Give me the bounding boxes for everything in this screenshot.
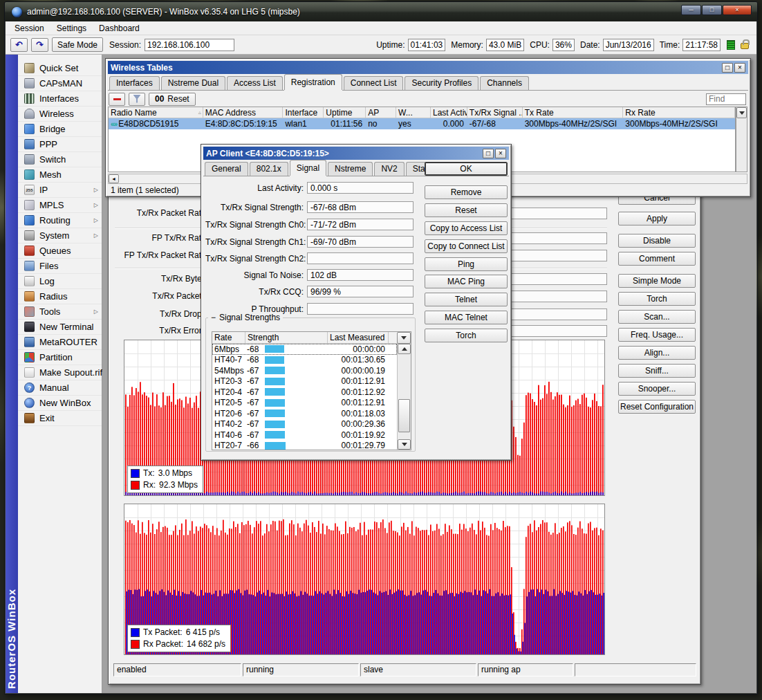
disable-button[interactable]: Disable <box>618 234 696 248</box>
signal-row-ht40-2[interactable]: HT40-2-6700:00:29.36 <box>212 419 397 430</box>
sidebar-item-mpls[interactable]: MPLS▷ <box>18 198 102 213</box>
sidebar-item-radius[interactable]: Radius <box>18 289 102 304</box>
signal-row-ht20-3[interactable]: HT20-3-6700:01:12.91 <box>212 376 397 387</box>
tab-security-profiles[interactable]: Security Profiles <box>405 76 478 90</box>
telnet-button[interactable]: Telnet <box>425 293 508 306</box>
sidebar-item-metarouter[interactable]: MetaROUTER <box>18 335 102 350</box>
column-header-last-measured[interactable]: Last Measured <box>328 332 389 343</box>
copy-to-access-list-button[interactable]: Copy to Access List <box>425 221 508 235</box>
scan-button[interactable]: Scan... <box>618 310 696 324</box>
ping-button[interactable]: Ping <box>425 257 508 271</box>
reset-configuration-button[interactable]: Reset Configuration <box>618 400 696 414</box>
signal-row-ht20-7[interactable]: HT20-7-6600:01:29.79 <box>212 441 397 450</box>
column-header-rx-rate[interactable]: Rx Rate <box>623 107 735 118</box>
column-header-w[interactable]: W... <box>396 107 431 118</box>
align-button[interactable]: Align... <box>618 346 696 360</box>
sidebar-item-capsman[interactable]: CAPsMAN <box>18 76 102 91</box>
column-header-tx-rate[interactable]: Tx Rate <box>523 107 624 118</box>
signal-row-ht20-4[interactable]: HT20-4-6700:01:12.92 <box>212 387 397 398</box>
column-header-uptime[interactable]: Uptime <box>324 107 366 118</box>
close-button[interactable]: × <box>495 149 506 158</box>
tab-channels[interactable]: Channels <box>480 76 529 90</box>
signal-row-ht40-6[interactable]: HT40-6-6700:01:19.92 <box>212 430 397 441</box>
sidebar-item-manual[interactable]: ?Manual <box>18 380 102 396</box>
scroll-down-button[interactable] <box>398 439 411 450</box>
close-button[interactable]: × <box>734 63 745 73</box>
copy-to-connect-list-button[interactable]: Copy to Connect List <box>425 239 508 253</box>
freq-usage-button[interactable]: Freq. Usage... <box>618 328 696 342</box>
column-selector-button[interactable] <box>397 332 411 344</box>
signal-row-6mbps[interactable]: 6Mbps-6800:00:00 <box>212 344 397 355</box>
column-header-mac-address[interactable]: MAC Address <box>203 107 284 118</box>
table-row[interactable]: «»E48D8CD51915E4:8D:8C:D5:19:15wlan101:1… <box>109 118 735 129</box>
collapse-dash-icon[interactable]: − <box>211 313 216 322</box>
menu-settings[interactable]: Settings <box>50 22 93 35</box>
tab-general[interactable]: General <box>205 162 248 176</box>
sidebar-item-make-supout-rif[interactable]: Make Supout.rif <box>18 365 102 380</box>
sidebar-item-files[interactable]: Files <box>18 259 102 274</box>
close-button[interactable]: × <box>723 5 752 15</box>
undo-button[interactable]: ↶ <box>10 38 28 52</box>
torch-button[interactable]: Torch <box>618 292 696 306</box>
column-header-tx-rx-signal[interactable]: Tx/Rx Signal ... <box>467 107 523 118</box>
sidebar-item-ppp[interactable]: PPP <box>18 137 102 152</box>
session-input[interactable] <box>145 39 234 51</box>
sidebar-item-routing[interactable]: Routing▷ <box>18 213 102 228</box>
snooper-button[interactable]: Snooper... <box>618 382 696 396</box>
filter-button[interactable] <box>129 93 145 106</box>
window-titlebar[interactable]: admin@192.168.106.100 (SERVER) - WinBox … <box>5 2 757 21</box>
column-header-radio-name[interactable]: Radio Name▵ <box>109 107 203 118</box>
sidebar-item-queues[interactable]: Queues <box>18 243 102 259</box>
maximize-button[interactable]: □ <box>483 149 494 158</box>
sidebar-item-log[interactable]: Log <box>18 274 102 289</box>
menu-session[interactable]: Session <box>8 22 50 35</box>
signal-row-ht20-5[interactable]: HT20-5-6700:01:12.91 <box>212 398 397 409</box>
tab-signal[interactable]: Signal <box>290 160 326 176</box>
column-header-rate[interactable]: Rate <box>212 332 245 343</box>
reset-counters-button[interactable]: 00 Reset <box>149 93 196 106</box>
safe-mode-button[interactable]: Safe Mode <box>52 37 103 52</box>
minimize-button[interactable]: ─ <box>681 5 701 15</box>
menu-dashboard[interactable]: Dashboard <box>93 22 146 35</box>
sidebar-item-bridge[interactable]: Bridge <box>18 122 102 137</box>
find-input[interactable] <box>706 93 746 105</box>
torch-button[interactable]: Torch <box>425 329 508 342</box>
tab-access-list[interactable]: Access List <box>227 76 283 90</box>
tab-nstreme[interactable]: Nstreme <box>328 162 373 176</box>
mac-ping-button[interactable]: MAC Ping <box>425 275 508 288</box>
apply-button[interactable]: Apply <box>618 212 696 225</box>
tab-nstreme-dual[interactable]: Nstreme Dual <box>161 76 225 90</box>
column-header-interface[interactable]: Interface <box>283 107 324 118</box>
reset-button[interactable]: Reset <box>425 203 508 217</box>
sniff-button[interactable]: Sniff... <box>618 364 696 378</box>
tab-802-1x[interactable]: 802.1x <box>250 162 288 176</box>
sidebar-item-mesh[interactable]: Mesh <box>18 167 102 183</box>
signal-table-scrollbar[interactable] <box>397 344 411 450</box>
sidebar-item-interfaces[interactable]: Interfaces <box>18 91 102 107</box>
column-header-strength[interactable]: Strength <box>245 332 328 343</box>
tab-connect-list[interactable]: Connect List <box>344 76 404 90</box>
signal-row-54mbps[interactable]: 54Mbps-6700:00:00.19 <box>212 365 397 376</box>
maximize-button[interactable]: □ <box>722 63 733 73</box>
maximize-button[interactable]: □ <box>702 5 722 15</box>
scroll-left-button[interactable]: ◄ <box>109 174 119 183</box>
sidebar-item-tools[interactable]: Tools▷ <box>18 304 102 320</box>
sidebar-item-system[interactable]: System▷ <box>18 228 102 243</box>
column-header-last-activity-s[interactable]: Last Activity (s) <box>431 107 467 118</box>
column-header-ap[interactable]: AP <box>366 107 396 118</box>
sidebar-item-new-terminal[interactable]: New Terminal <box>18 320 102 335</box>
sidebar-item-new-winbox[interactable]: New WinBox <box>18 396 102 411</box>
simple-mode-button[interactable]: Simple Mode <box>618 274 696 288</box>
comment-button[interactable]: Comment <box>618 252 696 266</box>
scroll-up-button[interactable] <box>398 344 411 354</box>
sidebar-item-quick-set[interactable]: Quick Set <box>18 61 102 76</box>
mac-telnet-button[interactable]: MAC Telnet <box>425 311 508 324</box>
signal-row-ht20-6[interactable]: HT20-6-6700:01:18.03 <box>212 408 397 419</box>
scrollbar-thumb[interactable] <box>398 399 410 432</box>
sidebar-item-partition[interactable]: Partition <box>18 350 102 365</box>
tab-registration[interactable]: Registration <box>284 74 342 90</box>
ap-client-titlebar[interactable]: AP Client <E4:8D:8C:D5:19:15> □ × <box>203 147 509 160</box>
sidebar-item-exit[interactable]: Exit <box>18 411 102 426</box>
registration-table-vscroll[interactable] <box>736 107 747 172</box>
signal-row-ht40-7[interactable]: HT40-7-6800:01:30.65 <box>212 355 397 366</box>
